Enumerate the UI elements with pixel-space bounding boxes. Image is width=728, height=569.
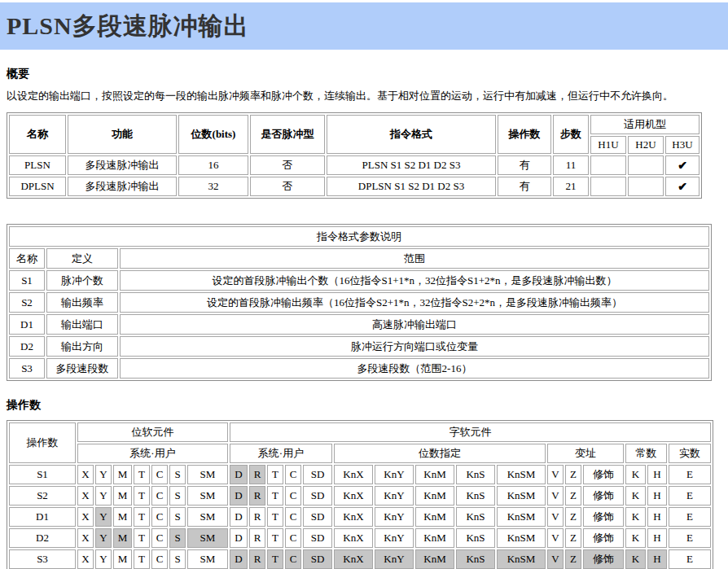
device-cell: K (625, 549, 646, 569)
instruction-cell: PLSN S1 S2 D1 D2 S3 (327, 155, 496, 175)
device-cell: X (77, 507, 94, 527)
device-cell: T (267, 507, 283, 527)
device-cell: E (669, 549, 711, 569)
device-cell: 修饰 (583, 549, 624, 569)
column-header-definition: 定义 (46, 248, 118, 269)
device-cell: T (267, 528, 283, 548)
param-row: S2输出频率设定的首段脉冲输出频率（16位指令S2+1*n，32位指令S2+2*… (9, 292, 709, 313)
device-cell: S (169, 507, 186, 527)
param-definition-cell: 多段速段数 (46, 358, 118, 379)
device-cell: V (547, 549, 564, 569)
device-cell: S (169, 528, 186, 548)
instruction-header-row: 名称 功能 位数(bits) 是否脉冲型 指令格式 操作数 步数 适用机型 (9, 115, 699, 134)
device-cell: Y (95, 465, 112, 484)
device-cell: KnX (334, 465, 373, 484)
device-cell: Z (565, 465, 581, 484)
device-cell: R (249, 549, 265, 569)
param-title-row: 指令格式参数说明 (9, 226, 709, 247)
device-cell: Y (95, 528, 112, 548)
operand-row: S2XYMTCSSMDRTCSDKnXKnYKnMKnSKnSMVZ修饰KHE (9, 486, 711, 506)
device-cell: KnS (456, 507, 495, 527)
param-definition-cell: 脉冲个数 (46, 270, 118, 291)
machine-support-cell (590, 177, 626, 196)
device-cell: SM (187, 507, 228, 527)
device-cell: V (547, 465, 564, 484)
device-cell: KnY (375, 549, 414, 569)
device-cell: K (625, 486, 646, 506)
device-cell: 修饰 (583, 528, 624, 548)
device-cell: R (249, 486, 265, 506)
device-cell: V (547, 507, 564, 527)
device-cell: SD (303, 486, 332, 506)
column-header-function: 功能 (68, 115, 177, 154)
checkmark-icon: ✔ (665, 177, 699, 196)
device-cell: SD (303, 465, 332, 484)
instruction-cell: 多段速脉冲输出 (68, 177, 177, 196)
device-cell: SM (187, 465, 228, 484)
column-header-name: 名称 (9, 248, 45, 269)
operand-subgroup-header-row: 系统·用户 系统·用户 位数指定 变址 常数 实数 (9, 444, 711, 463)
param-definition-cell: 输出频率 (46, 292, 118, 313)
device-cell: T (267, 486, 283, 506)
instruction-cell: 32 (178, 177, 248, 196)
machine-support-cell (628, 177, 664, 196)
param-row: D1输出端口高速脉冲输出端口 (9, 314, 709, 335)
page-content: 概要 以设定的输出端口，按照设定的每一段的输出脉冲频率和脉冲个数，连续输出。基于… (0, 67, 728, 569)
instruction-cell: 否 (250, 177, 325, 196)
instruction-cell: DPLSN S1 S2 D1 D2 S3 (327, 177, 496, 196)
device-cell: T (134, 528, 150, 548)
param-range-cell: 设定的首段脉冲输出频率（16位指令S2+1*n，32位指令S2+2*n，是多段速… (120, 292, 709, 313)
device-cell: KnY (375, 486, 414, 506)
param-range-cell: 多段速段数（范围2-16） (120, 358, 709, 379)
device-cell: KnS (456, 549, 495, 569)
device-cell: C (151, 486, 168, 506)
device-cell: 修饰 (583, 507, 624, 527)
column-header-bits: 位数(bits) (178, 115, 248, 154)
device-cell: S (169, 465, 186, 484)
device-cell: H (647, 549, 667, 569)
operand-table: 操作数 位软元件 字软元件 系统·用户 系统·用户 位数指定 变址 常数 实数 … (7, 420, 713, 569)
device-cell: E (669, 486, 711, 506)
param-name-cell: S3 (9, 358, 45, 379)
device-cell: C (151, 507, 168, 527)
param-definition-cell: 输出方向 (46, 336, 118, 357)
device-cell: K (625, 528, 646, 548)
device-cell: H (647, 507, 667, 527)
device-cell: KnS (456, 486, 495, 506)
device-cell: T (267, 549, 283, 569)
device-cell: V (547, 486, 564, 506)
device-cell: X (77, 528, 94, 548)
operand-group-header-row: 操作数 位软元件 字软元件 (9, 422, 711, 442)
param-table: 指令格式参数说明 名称 定义 范围 S1脉冲个数设定的首段脉冲输出个数（16位指… (7, 224, 712, 381)
device-cell: KnY (375, 507, 414, 527)
device-cell: T (134, 465, 150, 484)
device-cell: KnX (334, 549, 373, 569)
operand-row-label: S1 (9, 465, 76, 484)
device-cell: M (113, 486, 132, 506)
column-header-name: 名称 (9, 115, 66, 154)
instruction-cell: PLSN (9, 155, 66, 175)
device-cell: S (169, 486, 186, 506)
group-header-bit-devices: 位软元件 (77, 422, 228, 442)
overview-text: 以设定的输出端口，按照设定的每一段的输出脉冲频率和脉冲个数，连续输出。基于相对位… (7, 89, 721, 103)
operand-row-label: D2 (9, 528, 76, 548)
device-cell: X (77, 486, 94, 506)
column-header-pulse-type: 是否脉冲型 (250, 115, 325, 154)
subheader-real-number: 实数 (669, 444, 711, 463)
device-cell: C (151, 465, 168, 484)
device-cell: X (77, 465, 94, 484)
device-cell: KnX (334, 528, 373, 548)
instruction-cell: 有 (498, 155, 551, 175)
param-range-cell: 脉冲运行方向端口或位变量 (120, 336, 709, 357)
device-cell: SM (187, 549, 228, 569)
operand-row-label: D1 (9, 507, 76, 527)
device-cell: C (285, 528, 301, 548)
device-cell: H (647, 465, 667, 484)
instruction-table: 名称 功能 位数(bits) 是否脉冲型 指令格式 操作数 步数 适用机型 H1… (7, 112, 702, 199)
param-name-cell: D1 (9, 314, 45, 335)
device-cell: KnM (415, 486, 454, 506)
column-header-h3u: H3U (665, 136, 699, 154)
param-row: S1脉冲个数设定的首段脉冲输出个数（16位指令S1+1*n，32位指令S1+2*… (9, 270, 709, 291)
instruction-cell: 否 (250, 155, 325, 175)
device-cell: S (169, 549, 186, 569)
